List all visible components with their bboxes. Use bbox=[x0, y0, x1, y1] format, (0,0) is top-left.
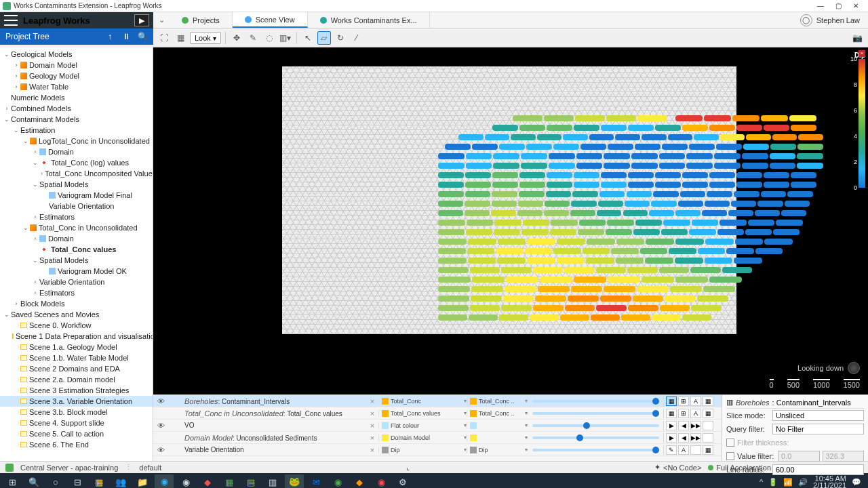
tree-item[interactable]: Scene 6. The End bbox=[0, 439, 153, 450]
stack-icon[interactable]: ▦ bbox=[174, 31, 187, 45]
color-swatch[interactable] bbox=[382, 398, 389, 405]
look-dropdown[interactable]: Look ▾ bbox=[190, 32, 221, 44]
tree-item[interactable]: Scene 1.a. Geology Model bbox=[0, 342, 153, 352]
clock[interactable]: 10:45 AM2/11/2021 bbox=[813, 475, 846, 488]
tree-item[interactable]: ›Total_Conc Uncomposited Values bbox=[0, 168, 153, 179]
tree-item[interactable]: ›Estimators bbox=[0, 211, 153, 222]
tree-item[interactable]: Numeric Models bbox=[0, 92, 153, 103]
color-swatch[interactable] bbox=[382, 422, 389, 429]
expand-icon[interactable]: › bbox=[31, 289, 39, 296]
ppt-icon[interactable]: ◉ bbox=[372, 474, 391, 488]
expand-icon[interactable]: › bbox=[12, 300, 20, 307]
app4-icon[interactable]: ▥ bbox=[263, 474, 282, 488]
tree-item[interactable]: Scene 1 Data Preparation and visualisati… bbox=[0, 331, 153, 342]
expand-icon[interactable]: › bbox=[12, 62, 20, 68]
tray-volume-icon[interactable]: 🔊 bbox=[798, 478, 808, 487]
edge-icon[interactable]: ◉ bbox=[155, 474, 174, 488]
expand-icon[interactable]: › bbox=[12, 73, 20, 79]
tree-item[interactable]: Scene 0. Workflow bbox=[0, 320, 153, 331]
action-play[interactable]: ▶ bbox=[666, 433, 677, 443]
close-button[interactable]: ✕ bbox=[852, 2, 860, 10]
tree-up-icon[interactable]: ↑ bbox=[104, 31, 115, 42]
scene-object-row[interactable]: Total_Conc in Unconsolidated: Total_Conc… bbox=[153, 407, 722, 420]
opacity-slider[interactable] bbox=[532, 424, 659, 427]
tree-item[interactable]: ⌄Contaminant Models bbox=[0, 114, 153, 125]
tray-battery-icon[interactable]: 🔋 bbox=[768, 478, 778, 487]
action-btn[interactable] bbox=[703, 421, 713, 430]
tree-item[interactable]: Scene 4. Support slide bbox=[0, 418, 153, 428]
teams-icon[interactable]: 👥 bbox=[111, 474, 130, 488]
play-button[interactable]: ▶ bbox=[134, 14, 149, 26]
thickness-checkbox[interactable] bbox=[726, 439, 734, 447]
action-A[interactable]: A bbox=[690, 396, 701, 406]
grid-dropdown-icon[interactable]: ▥▾ bbox=[279, 31, 292, 45]
remove-object-icon[interactable]: × bbox=[366, 434, 378, 442]
opacity-slider[interactable] bbox=[532, 400, 659, 403]
app1-icon[interactable]: ▦ bbox=[90, 474, 108, 488]
action-back[interactable]: ◀ bbox=[678, 433, 689, 443]
expand-icon[interactable]: ⌄ bbox=[31, 159, 39, 166]
tree-item[interactable]: Scene 3.a. Variable Orientation bbox=[0, 396, 153, 407]
search-icon[interactable]: 🔍 bbox=[24, 474, 43, 488]
action-len[interactable]: ⊞ bbox=[678, 396, 689, 406]
tree-item[interactable]: ›Block Models bbox=[0, 298, 153, 309]
maximize-button[interactable]: ▢ bbox=[834, 2, 842, 10]
tree-item[interactable]: Scene 3.b. Block model bbox=[0, 407, 153, 418]
excel-icon[interactable]: ▦ bbox=[220, 474, 239, 488]
expand-icon[interactable]: › bbox=[31, 235, 39, 242]
scene-object-row[interactable]: 👁VO×Flat colour▾▾▶◀▶▶ bbox=[153, 420, 722, 432]
color-swatch-2[interactable] bbox=[470, 398, 477, 405]
tree-item[interactable]: ›Water Table bbox=[0, 81, 153, 92]
action-len[interactable]: ⊞ bbox=[678, 409, 689, 418]
action-back[interactable]: ◀ bbox=[678, 421, 689, 430]
visibility-toggle[interactable]: 👁 bbox=[153, 397, 168, 405]
tree-item[interactable]: ›Variable Orientation bbox=[0, 277, 153, 287]
color-by-select[interactable]: Total_Conc .. bbox=[479, 410, 523, 417]
action-grid[interactable]: ▦ bbox=[703, 445, 713, 455]
explorer-icon[interactable]: 📁 bbox=[133, 474, 152, 488]
minimize-button[interactable]: — bbox=[816, 2, 825, 10]
taskview-icon[interactable]: ⊟ bbox=[68, 474, 87, 488]
draw-icon[interactable]: ✎ bbox=[246, 31, 260, 45]
scene-object-list[interactable]: 👁Boreholes: Contaminant_Intervals×Total_… bbox=[153, 395, 722, 461]
action-grid[interactable]: ▦ bbox=[703, 396, 713, 406]
settings-icon[interactable]: ⚙ bbox=[393, 474, 412, 488]
lasso-icon[interactable]: ◌ bbox=[262, 31, 276, 45]
expand-icon[interactable]: › bbox=[3, 105, 11, 112]
action-3d[interactable]: ▦ bbox=[666, 396, 677, 406]
color-swatch-2[interactable] bbox=[470, 410, 477, 417]
line-radius-field[interactable]: 60.00 bbox=[772, 464, 864, 475]
camera-icon[interactable]: 📷 bbox=[850, 31, 864, 45]
action-3d[interactable]: ▦ bbox=[666, 409, 677, 418]
pick-icon[interactable]: ✥ bbox=[230, 31, 243, 45]
tree-item[interactable]: ⌄Total_Conc in Unconsolidated bbox=[0, 222, 153, 233]
action-grid[interactable]: ▦ bbox=[703, 409, 713, 418]
tree-search-icon[interactable]: 🔍 bbox=[137, 31, 148, 42]
app5-icon[interactable]: ◉ bbox=[328, 474, 347, 488]
app2-icon[interactable]: ◆ bbox=[198, 474, 217, 488]
color-legend[interactable]: × Dip 1086420 bbox=[841, 52, 865, 188]
select-icon[interactable]: ▱ bbox=[317, 31, 331, 45]
app6-icon[interactable]: ◆ bbox=[350, 474, 369, 488]
tab-scene-view[interactable]: Scene View bbox=[233, 12, 308, 28]
screenshot-icon[interactable]: ⛶ bbox=[157, 31, 171, 45]
tree-item[interactable]: ›Combined Models bbox=[0, 103, 153, 114]
color-swatch[interactable] bbox=[382, 410, 389, 417]
axes-icon[interactable]: ⌞ bbox=[406, 463, 410, 472]
viewport-3d[interactable]: × Dip 1086420 Looking down 0 500 1000 15… bbox=[153, 47, 868, 394]
remove-object-icon[interactable]: × bbox=[366, 422, 378, 430]
remove-object-icon[interactable]: × bbox=[366, 397, 378, 405]
tree-item[interactable]: Scene 5. Call to action bbox=[0, 428, 153, 439]
tree-item[interactable]: Scene 1.b. Water Table Model bbox=[0, 352, 153, 363]
expand-icon[interactable]: ⌄ bbox=[22, 138, 30, 144]
notifications-icon[interactable]: 💬 bbox=[852, 478, 861, 487]
cursor-icon[interactable]: ↖ bbox=[301, 31, 315, 45]
tree-item[interactable]: ⌄Spatial Models bbox=[0, 179, 153, 190]
slice-mode-select[interactable]: Unsliced bbox=[772, 410, 864, 421]
colormap-select[interactable]: Total_Conc values bbox=[391, 410, 462, 417]
cortana-icon[interactable]: ○ bbox=[46, 474, 65, 488]
expand-icon[interactable]: › bbox=[41, 170, 43, 177]
compass-icon[interactable] bbox=[848, 362, 860, 374]
expand-icon[interactable]: ⌄ bbox=[12, 127, 20, 134]
colormap-select[interactable]: Dip bbox=[391, 447, 462, 453]
